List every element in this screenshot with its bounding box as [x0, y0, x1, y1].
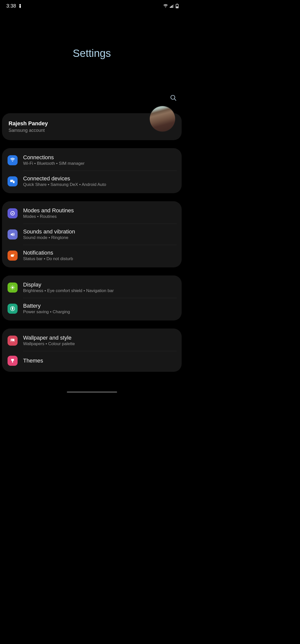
- account-description: Samsung account: [9, 128, 48, 133]
- svg-point-8: [171, 95, 175, 99]
- item-title: Battery: [23, 303, 177, 309]
- svg-rect-26: [12, 307, 13, 308]
- item-subtitle: Status bar • Do not disturb: [23, 256, 177, 261]
- svg-line-20: [11, 286, 12, 286]
- svg-point-14: [13, 254, 15, 255]
- item-title: Modes and Routines: [23, 207, 177, 214]
- avatar[interactable]: [149, 106, 176, 132]
- settings-item-connected-devices[interactable]: Connected devicesQuick Share • Samsung D…: [2, 171, 182, 192]
- item-title: Sounds and vibration: [23, 228, 177, 235]
- settings-item-battery[interactable]: BatteryPower saving • Charging: [2, 298, 182, 319]
- svg-rect-7: [176, 7, 178, 8]
- status-bar: 3:38: [0, 0, 184, 11]
- svg-line-22: [11, 289, 12, 289]
- settings-group: Modes and RoutinesModes • RoutinesSounds…: [2, 201, 182, 267]
- settings-group: DisplayBrightness • Eye comfort shield •…: [2, 275, 182, 320]
- settings-group: ConnectionsWi-Fi • Bluetooth • SIM manag…: [2, 148, 182, 193]
- item-title: Notifications: [23, 250, 177, 256]
- settings-item-connections[interactable]: ConnectionsWi-Fi • Bluetooth • SIM manag…: [2, 150, 182, 171]
- item-title: Display: [23, 281, 177, 288]
- svg-point-15: [12, 286, 14, 288]
- svg-rect-3: [172, 5, 173, 8]
- battery-status-icon: [176, 4, 179, 8]
- settings-item-display[interactable]: DisplayBrightness • Eye comfort shield •…: [2, 277, 182, 298]
- settings-item-themes[interactable]: Themes: [2, 351, 182, 370]
- item-subtitle: Quick Share • Samsung DeX • Android Auto: [23, 182, 177, 187]
- wifi-status-icon: [163, 4, 168, 8]
- item-subtitle: Sound mode • Ringtone: [23, 235, 177, 240]
- svg-point-28: [11, 339, 12, 340]
- devices-icon: [8, 176, 18, 186]
- signal-status-icon: [170, 4, 174, 8]
- status-app-icon: [18, 4, 22, 8]
- themes-icon: [8, 356, 18, 366]
- svg-rect-1: [170, 7, 171, 8]
- svg-line-23: [14, 286, 14, 286]
- battery-icon: [8, 304, 18, 314]
- settings-item-notifications[interactable]: NotificationsStatus bar • Do not disturb: [2, 245, 182, 266]
- settings-item-modes-routines[interactable]: Modes and RoutinesModes • Routines: [2, 203, 182, 224]
- item-title: Connected devices: [23, 175, 177, 182]
- settings-group: Wallpaper and styleWallpapers • Colour p…: [2, 329, 182, 372]
- item-title: Themes: [23, 357, 177, 364]
- nav-indicator[interactable]: [67, 391, 117, 393]
- svg-rect-2: [171, 6, 172, 8]
- item-subtitle: Wallpapers • Colour palette: [23, 341, 177, 346]
- svg-rect-4: [173, 5, 174, 8]
- wifi-icon: [8, 155, 18, 165]
- settings-item-wallpaper-style[interactable]: Wallpaper and styleWallpapers • Colour p…: [2, 330, 182, 351]
- settings-item-sounds-vibration[interactable]: Sounds and vibrationSound mode • Rington…: [2, 224, 182, 245]
- brightness-icon: [8, 283, 18, 293]
- account-name: Rajesh Pandey: [9, 120, 48, 127]
- status-time: 3:38: [6, 3, 16, 9]
- item-subtitle: Modes • Routines: [23, 214, 177, 219]
- sound-icon: [8, 229, 18, 239]
- search-icon[interactable]: [170, 95, 177, 101]
- item-subtitle: Wi-Fi • Bluetooth • SIM manager: [23, 161, 177, 166]
- item-title: Connections: [23, 154, 177, 161]
- svg-line-21: [14, 289, 14, 289]
- wallpaper-icon: [8, 336, 18, 346]
- notification-icon: [8, 251, 18, 261]
- item-subtitle: Power saving • Charging: [23, 309, 177, 314]
- svg-rect-11: [13, 181, 15, 183]
- routines-icon: [8, 208, 18, 218]
- svg-line-9: [174, 99, 176, 101]
- item-title: Wallpaper and style: [23, 335, 177, 341]
- page-title: Settings: [0, 47, 184, 59]
- item-subtitle: Brightness • Eye comfort shield • Naviga…: [23, 288, 177, 293]
- account-card[interactable]: Rajesh Pandey Samsung account: [2, 113, 182, 140]
